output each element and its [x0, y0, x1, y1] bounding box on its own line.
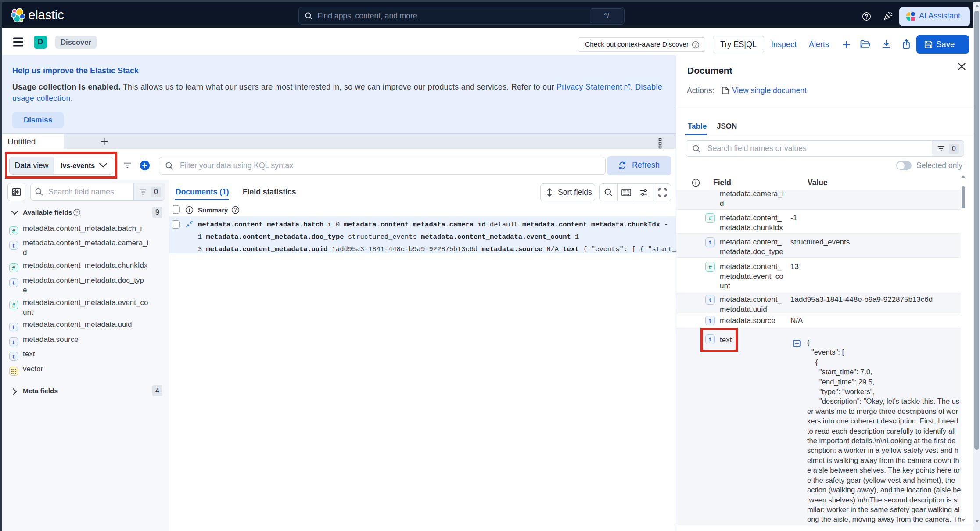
- svg-text:?: ?: [234, 207, 237, 212]
- svg-text:?: ?: [75, 210, 78, 215]
- svg-text:?: ?: [694, 42, 697, 47]
